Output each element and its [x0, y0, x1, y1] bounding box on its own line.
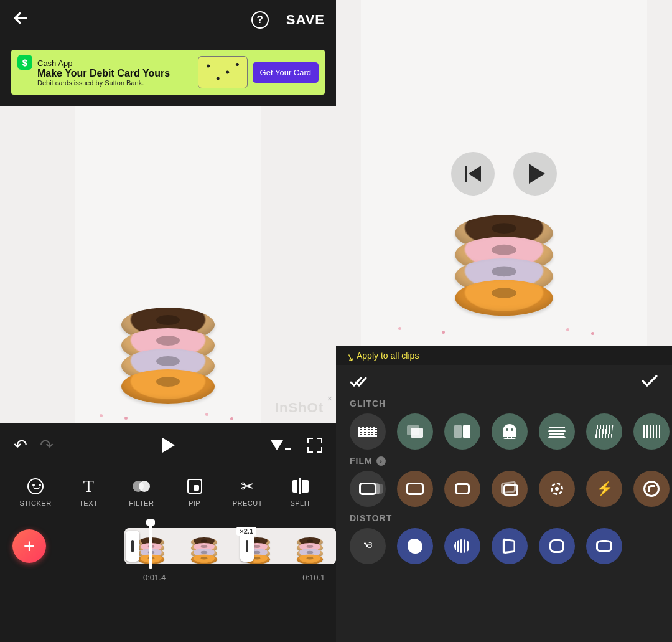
effect-glitch-split[interactable]	[444, 413, 480, 450]
remove-watermark-icon[interactable]: ×	[327, 394, 332, 404]
ad-subtext: Debit cards issued by Sutton Bank.	[37, 79, 193, 87]
effect-category-film: FILM♪ ⚡	[336, 455, 672, 512]
tool-label: SPLIT	[290, 499, 310, 507]
film-frame-sm-icon	[455, 483, 470, 494]
watermark: InShOt	[275, 400, 324, 416]
distort-ridge-icon	[454, 539, 470, 553]
effect-distort-ridged[interactable]	[444, 528, 480, 564]
pip-icon	[187, 479, 202, 494]
timeline-track[interactable]: ×2.1	[124, 528, 336, 564]
ad-text: Cash App Make Your Debit Card Yours Debi…	[37, 59, 193, 87]
effect-glitch-noise[interactable]	[350, 413, 386, 450]
effect-distort-swirl[interactable]: ༄	[350, 528, 386, 564]
tool-label: PRECUT	[233, 499, 263, 507]
video-preview[interactable]: InShOt ×	[0, 106, 336, 423]
effect-distort-pinch[interactable]	[492, 528, 528, 564]
tool-text[interactable]: T TEXT	[64, 477, 113, 507]
effect-glitch-rgb-shift[interactable]	[397, 413, 433, 450]
tool-filter[interactable]: FILTER	[117, 477, 166, 507]
fullscreen-icon[interactable]	[307, 438, 322, 453]
glitch-split-icon	[454, 425, 470, 438]
editor-main-panel: ? SAVE $ Cash App Make Your Debit Card Y…	[0, 0, 336, 642]
text-icon: T	[79, 477, 98, 496]
glitch-noise-icon	[358, 427, 377, 437]
glitch-ghost-icon	[503, 424, 516, 439]
hint-arrow-icon: ↘	[344, 351, 356, 364]
glitch-shift-icon	[407, 425, 423, 438]
distort-barrel-icon	[596, 540, 612, 552]
undo-icon[interactable]: ↶	[14, 436, 27, 455]
ad-card-image	[198, 56, 248, 88]
distort-pinch-icon	[503, 538, 515, 554]
playback-controls: ↶ ↷	[0, 423, 336, 467]
save-button[interactable]: SAVE	[286, 12, 325, 28]
effect-preview[interactable]	[336, 0, 672, 346]
film-target-icon	[549, 481, 565, 497]
category-label: GLITCH	[350, 399, 672, 408]
effect-glitch-edge[interactable]	[633, 413, 670, 450]
clip-handle-left[interactable]	[126, 531, 139, 562]
music-icon: ♪	[376, 456, 386, 466]
back-icon[interactable]	[11, 9, 30, 32]
tool-pip[interactable]: PIP	[170, 477, 219, 507]
play-icon[interactable]	[162, 438, 175, 453]
ad-brand-icon: $	[17, 55, 32, 70]
effect-distort-blob[interactable]	[397, 528, 433, 564]
distort-blob-icon	[408, 539, 422, 554]
timeline[interactable]: + ×2.1 0:01.4 0:10.1	[0, 517, 336, 642]
hint-text: Apply to all clips	[357, 351, 419, 361]
effect-film-frame-blur[interactable]	[350, 471, 386, 507]
play-button[interactable]	[513, 152, 557, 196]
timecode-end: 0:10.1	[302, 573, 325, 582]
tool-sticker[interactable]: STICKER	[11, 477, 60, 507]
category-label: DISTORT	[350, 513, 672, 523]
effect-film-frame[interactable]	[397, 471, 433, 507]
confirm-button[interactable]	[641, 372, 658, 392]
top-bar: ? SAVE	[0, 0, 336, 40]
effect-category-distort: DISTORT ༄	[336, 512, 672, 569]
filter-icon	[133, 479, 150, 493]
distort-cushion-icon	[549, 539, 564, 553]
ad-cta-button[interactable]: Get Your Card	[253, 62, 319, 83]
film-lens-icon	[643, 481, 660, 497]
skip-back-button[interactable]	[451, 152, 495, 196]
film-frame-icon	[406, 483, 424, 495]
tool-split[interactable]: SPLIT	[276, 477, 325, 507]
sticker-icon	[27, 478, 44, 494]
tool-label: PIP	[189, 499, 200, 507]
keyframe-icon[interactable]	[271, 440, 291, 450]
redo-icon: ↷	[40, 436, 54, 455]
tool-label: STICKER	[19, 499, 51, 507]
ad-headline: Make Your Debit Card Yours	[37, 68, 193, 79]
apply-all-button[interactable]	[350, 376, 368, 389]
help-icon[interactable]: ?	[251, 11, 269, 29]
ad-banner[interactable]: $ Cash App Make Your Debit Card Yours De…	[0, 40, 336, 106]
category-label: FILM	[350, 456, 373, 466]
timecode-current: 0:01.4	[143, 573, 166, 582]
apply-all-hint: ↘ Apply to all clips	[336, 346, 672, 365]
tool-label: TEXT	[79, 499, 98, 507]
distort-swirl-icon: ༄	[364, 537, 372, 556]
scissors-icon: ✂	[238, 477, 257, 496]
tool-strip: STICKER T TEXT FILTER PIP ✂ PRECUT SPLIT	[0, 467, 336, 517]
film-flip-icon	[501, 482, 518, 496]
add-clip-button[interactable]: +	[12, 529, 46, 563]
effect-glitch-scanlines[interactable]	[586, 413, 622, 450]
timeline-clip[interactable]	[124, 528, 336, 564]
effect-film-flash[interactable]: ⚡	[586, 471, 622, 507]
film-bolt-icon: ⚡	[596, 481, 613, 497]
effects-panel: ↘ Apply to all clips GLITCH	[336, 0, 672, 642]
timeline-timecodes: 0:01.4 0:10.1	[124, 573, 336, 582]
ad-brand: Cash App	[37, 59, 193, 68]
playhead[interactable]	[149, 523, 152, 569]
preview-frame	[75, 106, 261, 423]
effect-distort-barrel[interactable]	[586, 528, 622, 564]
effect-film-frame-small[interactable]	[444, 471, 480, 507]
effect-glitch-scramble[interactable]	[539, 413, 575, 450]
effect-film-lens[interactable]	[633, 471, 670, 507]
tool-precut[interactable]: ✂ PRECUT	[223, 477, 272, 507]
effect-distort-cushion[interactable]	[539, 528, 575, 564]
effect-film-flip[interactable]	[492, 471, 528, 507]
effect-glitch-ghost[interactable]	[492, 413, 528, 450]
effect-film-target[interactable]	[539, 471, 575, 507]
